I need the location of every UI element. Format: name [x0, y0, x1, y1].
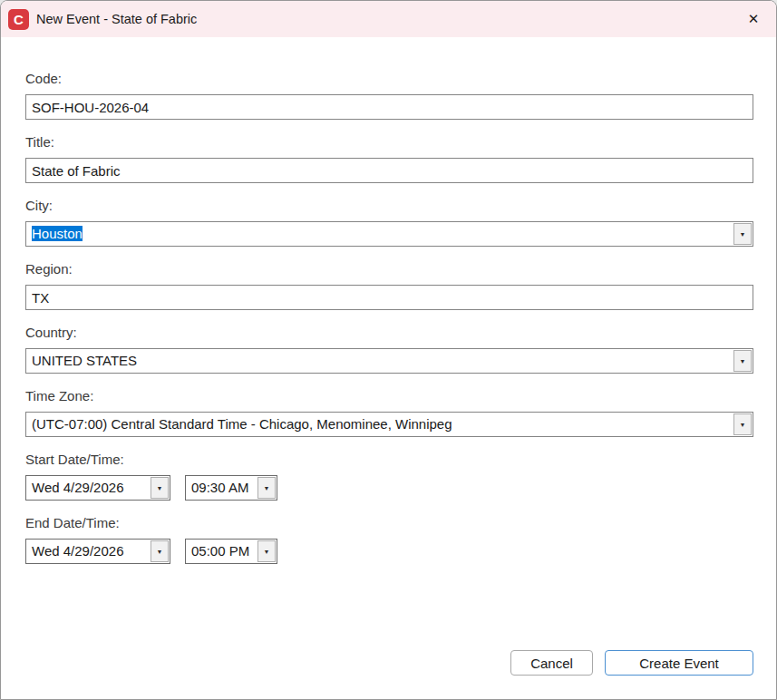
country-value[interactable]: UNITED STATES	[26, 349, 733, 373]
chevron-down-icon: ▼	[740, 358, 746, 365]
field-end-datetime: End Date/Time: Wed 4/29/2026 ▼ 05:00 PM …	[25, 516, 753, 564]
field-timezone: Time Zone: (UTC-07:00) Central Standard …	[25, 389, 753, 437]
create-event-button[interactable]: Create Event	[605, 650, 753, 676]
dialog-footer: Cancel Create Event	[510, 650, 753, 676]
timezone-dropdown-button[interactable]: ▼	[733, 413, 752, 435]
dialog-body: Code: Title: City: Houston ▼ Region: Cou…	[1, 37, 776, 564]
end-datetime-row: Wed 4/29/2026 ▼ 05:00 PM ▼	[25, 539, 753, 564]
start-date-value[interactable]: Wed 4/29/2026	[26, 476, 150, 500]
region-label: Region:	[25, 262, 753, 277]
close-icon: ✕	[748, 11, 760, 27]
end-time-picker[interactable]: 05:00 PM ▼	[185, 539, 277, 564]
chevron-down-icon: ▼	[740, 231, 746, 238]
start-date-picker[interactable]: Wed 4/29/2026 ▼	[25, 475, 170, 501]
window-title: New Event - State of Fabric	[36, 12, 740, 26]
field-city: City: Houston ▼	[25, 199, 753, 247]
timezone-combobox[interactable]: (UTC-07:00) Central Standard Time - Chic…	[25, 412, 753, 437]
title-input[interactable]	[25, 158, 753, 183]
field-region: Region:	[25, 262, 753, 310]
city-value[interactable]: Houston	[26, 222, 733, 246]
end-date-value[interactable]: Wed 4/29/2026	[26, 540, 150, 563]
end-time-dropdown-button[interactable]: ▼	[257, 540, 276, 562]
city-label: City:	[25, 199, 753, 213]
country-combobox[interactable]: UNITED STATES ▼	[25, 348, 753, 374]
title-label: Title:	[25, 135, 753, 150]
close-button[interactable]: ✕	[740, 5, 767, 33]
country-label: Country:	[25, 326, 753, 340]
timezone-value[interactable]: (UTC-07:00) Central Standard Time - Chic…	[26, 413, 733, 436]
chevron-down-icon: ▼	[264, 485, 270, 491]
end-time-value[interactable]: 05:00 PM	[186, 540, 257, 563]
start-time-picker[interactable]: 09:30 AM ▼	[185, 475, 277, 501]
country-dropdown-button[interactable]: ▼	[733, 350, 752, 372]
chevron-down-icon: ▼	[740, 422, 746, 428]
city-selected-text: Houston	[32, 226, 83, 241]
start-datetime-label: Start Date/Time:	[25, 452, 753, 467]
field-title: Title:	[25, 135, 753, 183]
new-event-dialog: C New Event - State of Fabric ✕ Code: Ti…	[0, 0, 777, 700]
region-input[interactable]	[25, 285, 753, 310]
field-start-datetime: Start Date/Time: Wed 4/29/2026 ▼ 09:30 A…	[25, 452, 753, 501]
end-date-picker[interactable]: Wed 4/29/2026 ▼	[25, 539, 170, 564]
titlebar: C New Event - State of Fabric ✕	[1, 1, 776, 37]
chevron-down-icon: ▼	[157, 485, 163, 491]
end-date-dropdown-button[interactable]: ▼	[151, 540, 169, 562]
start-time-dropdown-button[interactable]: ▼	[257, 477, 276, 499]
city-combobox[interactable]: Houston ▼	[25, 221, 753, 247]
start-time-value[interactable]: 09:30 AM	[186, 476, 257, 500]
end-datetime-label: End Date/Time:	[25, 516, 753, 530]
chevron-down-icon: ▼	[157, 549, 163, 555]
chevron-down-icon: ▼	[264, 549, 270, 555]
code-label: Code:	[25, 72, 753, 86]
timezone-label: Time Zone:	[25, 389, 753, 403]
code-input[interactable]	[25, 94, 753, 120]
field-country: Country: UNITED STATES ▼	[25, 326, 753, 374]
city-dropdown-button[interactable]: ▼	[733, 223, 752, 245]
start-datetime-row: Wed 4/29/2026 ▼ 09:30 AM ▼	[25, 475, 753, 501]
cancel-button[interactable]: Cancel	[510, 650, 593, 676]
app-icon: C	[8, 9, 29, 30]
field-code: Code:	[25, 72, 753, 120]
start-date-dropdown-button[interactable]: ▼	[151, 477, 169, 499]
